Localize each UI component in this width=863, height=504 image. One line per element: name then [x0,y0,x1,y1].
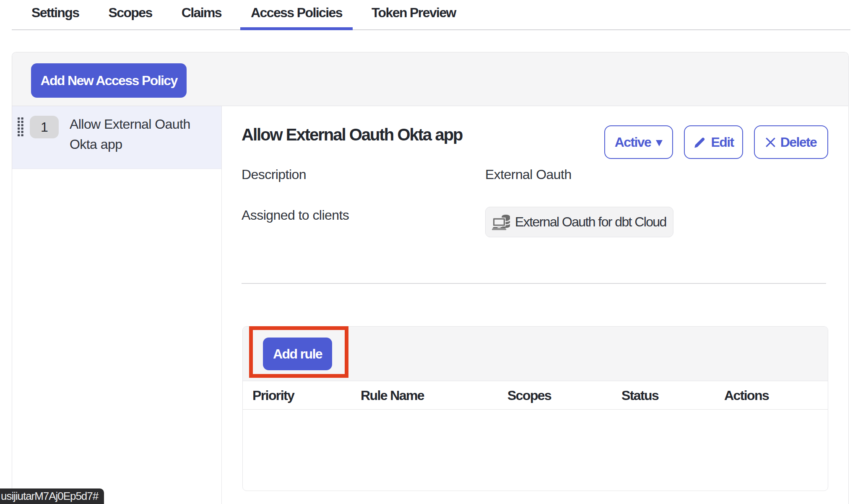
status-bar-url: usijiutarM7Aj0Ep5d7# [0,488,104,504]
policy-fields: Description External Oauth Assigned to c… [242,166,828,237]
tab-bar: Settings Scopes Claims Access Policies T… [12,0,850,30]
edit-label: Edit [711,135,733,150]
add-rule-button[interactable]: Add rule [263,338,332,370]
tab-token-preview[interactable]: Token Preview [361,0,466,29]
rules-table-body [243,410,828,490]
chevron-down-icon [656,140,663,146]
tab-scopes[interactable]: Scopes [98,0,162,29]
tab-access-policies[interactable]: Access Policies [240,0,353,29]
client-app-icon [492,214,511,230]
rules-panel: Add rule Priority Rule Name Scopes Statu… [242,326,828,491]
policy-detail: Allow External Oauth Okta app Active Edi… [222,106,848,504]
policy-actions: Active Edit Delete [604,125,828,159]
tab-settings[interactable]: Settings [21,0,89,29]
rules-table-header: Priority Rule Name Scopes Status Actions [243,381,828,410]
tab-claims[interactable]: Claims [171,0,232,29]
policy-detail-header: Allow External Oauth Okta app Active Edi… [242,125,828,145]
policy-priority-badge: 1 [30,116,59,138]
column-priority: Priority [252,381,294,410]
status-label: Active [615,135,651,150]
column-rule-name: Rule Name [361,381,424,410]
access-policies-panel: Add New Access Policy 1 Allow External O… [12,52,849,504]
client-chip: External Oauth for dbt Cloud [485,207,673,237]
close-icon [766,138,775,147]
client-chip-label: External Oauth for dbt Cloud [515,214,666,230]
policy-layout: 1 Allow External Oauth Okta app Allow Ex… [12,106,848,504]
status-dropdown-button[interactable]: Active [604,125,673,159]
assigned-clients-row: Assigned to clients External Oauth for d… [242,207,828,237]
policy-list: 1 Allow External Oauth Okta app [12,106,222,504]
column-status: Status [621,381,658,410]
policy-toolbar: Add New Access Policy [12,52,848,106]
delete-button[interactable]: Delete [754,125,828,159]
policy-list-item[interactable]: 1 Allow External Oauth Okta app [12,106,221,169]
add-new-access-policy-button[interactable]: Add New Access Policy [31,63,187,98]
pencil-icon [693,136,706,148]
policy-name: Allow External Oauth Okta app [70,114,204,154]
section-divider [242,283,826,284]
description-value: External Oauth [485,166,572,183]
drag-handle-icon[interactable] [18,117,23,136]
description-row: Description External Oauth [242,166,828,183]
assigned-clients-label: Assigned to clients [242,207,485,223]
column-scopes: Scopes [507,381,551,410]
delete-label: Delete [780,135,816,150]
rules-toolbar: Add rule [243,327,828,381]
edit-button[interactable]: Edit [684,125,743,159]
description-label: Description [242,166,485,183]
column-actions: Actions [724,381,769,410]
